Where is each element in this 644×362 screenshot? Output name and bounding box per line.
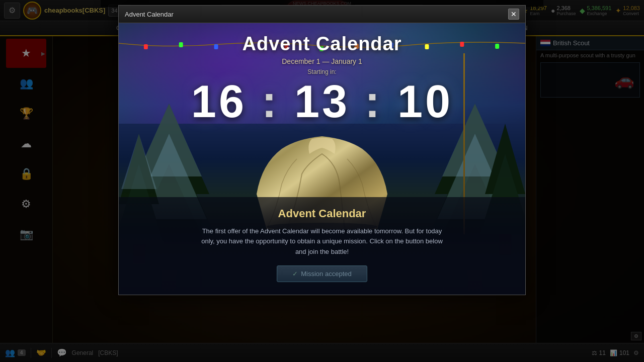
- mission-accepted-button[interactable]: ✓ Mission accepted: [277, 265, 367, 282]
- modal-overlay: Advent Calendar ✕: [0, 0, 644, 362]
- check-icon: ✓: [292, 270, 298, 278]
- modal-title-bar: Advent Calendar ✕: [119, 6, 525, 23]
- colon-1: :: [262, 76, 294, 127]
- modal-close-button[interactable]: ✕: [508, 9, 519, 20]
- close-icon: ✕: [511, 10, 517, 18]
- advent-heading: Advent Calendar: [119, 33, 525, 55]
- modal-title: Advent Calendar: [125, 11, 174, 18]
- countdown-hours: 16: [191, 76, 247, 127]
- modal-description-area: Advent Calendar The first offer of the A…: [119, 197, 525, 295]
- countdown-minutes: 13: [294, 76, 350, 127]
- advent-dates: December 1 — January 1: [119, 57, 525, 65]
- colon-2: :: [365, 76, 397, 127]
- countdown-seconds: 10: [397, 76, 453, 127]
- modal-desc-text: The first offer of the Advent Calendar w…: [201, 226, 443, 257]
- countdown-timer: 16 : 13 : 10: [119, 76, 525, 128]
- modal-desc-title: Advent Calendar: [134, 207, 510, 220]
- modal-content-area: Advent Calendar December 1 — January 1 S…: [119, 23, 525, 295]
- starting-in-label: Starting in:: [119, 68, 525, 75]
- advent-calendar-modal: Advent Calendar ✕: [118, 5, 526, 295]
